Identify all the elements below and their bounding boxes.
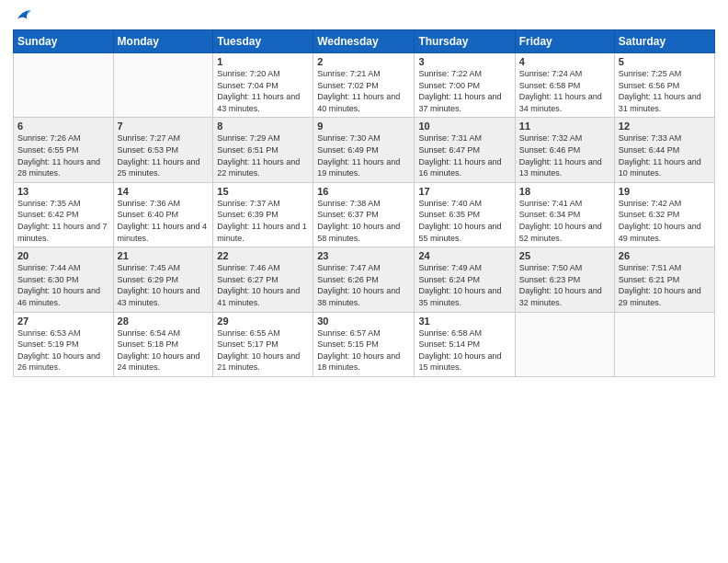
day-number: 18: [519, 186, 610, 197]
day-number: 16: [317, 186, 410, 197]
calendar-cell: 19Sunrise: 7:42 AM Sunset: 6:32 PM Dayli…: [614, 182, 714, 247]
calendar-cell: [515, 312, 614, 376]
day-info: Sunrise: 7:37 AM Sunset: 6:39 PM Dayligh…: [217, 198, 309, 244]
day-number: 29: [217, 316, 309, 327]
day-info: Sunrise: 7:32 AM Sunset: 6:46 PM Dayligh…: [519, 132, 610, 178]
day-number: 27: [17, 316, 109, 327]
weekday-header-friday: Friday: [515, 30, 614, 53]
logo-bird-icon: [15, 7, 31, 24]
calendar-table: SundayMondayTuesdayWednesdayThursdayFrid…: [13, 29, 715, 377]
day-info: Sunrise: 7:49 AM Sunset: 6:24 PM Dayligh…: [418, 262, 510, 308]
calendar-header-row: SundayMondayTuesdayWednesdayThursdayFrid…: [14, 30, 715, 53]
calendar-cell: 13Sunrise: 7:35 AM Sunset: 6:42 PM Dayli…: [14, 182, 114, 247]
day-number: 3: [418, 56, 510, 67]
day-info: Sunrise: 7:29 AM Sunset: 6:51 PM Dayligh…: [217, 132, 309, 178]
day-number: 15: [217, 186, 309, 197]
day-number: 13: [17, 186, 109, 197]
calendar-cell: 28Sunrise: 6:54 AM Sunset: 5:18 PM Dayli…: [113, 312, 213, 376]
day-info: Sunrise: 7:44 AM Sunset: 6:30 PM Dayligh…: [17, 262, 109, 308]
weekday-header-saturday: Saturday: [614, 30, 714, 53]
calendar-cell: 21Sunrise: 7:45 AM Sunset: 6:29 PM Dayli…: [113, 247, 213, 312]
calendar-week-3: 13Sunrise: 7:35 AM Sunset: 6:42 PM Dayli…: [14, 182, 715, 247]
calendar-cell: 27Sunrise: 6:53 AM Sunset: 5:19 PM Dayli…: [14, 312, 114, 376]
weekday-header-sunday: Sunday: [14, 30, 114, 53]
day-info: Sunrise: 7:42 AM Sunset: 6:32 PM Dayligh…: [619, 198, 711, 244]
calendar-cell: 30Sunrise: 6:57 AM Sunset: 5:15 PM Dayli…: [313, 312, 415, 376]
day-info: Sunrise: 7:30 AM Sunset: 6:49 PM Dayligh…: [317, 132, 410, 178]
day-info: Sunrise: 6:54 AM Sunset: 5:18 PM Dayligh…: [118, 327, 210, 373]
day-number: 20: [17, 250, 109, 261]
day-info: Sunrise: 7:41 AM Sunset: 6:34 PM Dayligh…: [519, 198, 610, 244]
day-info: Sunrise: 7:26 AM Sunset: 6:55 PM Dayligh…: [17, 132, 109, 178]
calendar-cell: 24Sunrise: 7:49 AM Sunset: 6:24 PM Dayli…: [415, 247, 515, 312]
day-number: 17: [418, 186, 510, 197]
calendar-week-1: 1Sunrise: 7:20 AM Sunset: 7:04 PM Daylig…: [14, 53, 715, 118]
calendar-cell: 8Sunrise: 7:29 AM Sunset: 6:51 PM Daylig…: [213, 118, 313, 182]
calendar-cell: 20Sunrise: 7:44 AM Sunset: 6:30 PM Dayli…: [14, 247, 114, 312]
calendar-cell: 6Sunrise: 7:26 AM Sunset: 6:55 PM Daylig…: [14, 118, 114, 182]
calendar-cell: 11Sunrise: 7:32 AM Sunset: 6:46 PM Dayli…: [515, 118, 614, 182]
day-number: 4: [519, 56, 610, 67]
day-number: 30: [317, 316, 410, 327]
calendar-cell: 25Sunrise: 7:50 AM Sunset: 6:23 PM Dayli…: [515, 247, 614, 312]
day-number: 22: [217, 250, 309, 261]
header: [13, 9, 715, 24]
day-info: Sunrise: 6:55 AM Sunset: 5:17 PM Dayligh…: [217, 327, 309, 373]
day-number: 26: [619, 250, 711, 261]
day-number: 24: [418, 250, 510, 261]
calendar-cell: 16Sunrise: 7:38 AM Sunset: 6:37 PM Dayli…: [313, 182, 415, 247]
calendar-week-4: 20Sunrise: 7:44 AM Sunset: 6:30 PM Dayli…: [14, 247, 715, 312]
day-info: Sunrise: 7:47 AM Sunset: 6:26 PM Dayligh…: [317, 262, 410, 308]
day-info: Sunrise: 7:27 AM Sunset: 6:53 PM Dayligh…: [118, 132, 210, 178]
page: SundayMondayTuesdayWednesdayThursdayFrid…: [0, 0, 728, 563]
calendar-cell: [614, 312, 714, 376]
calendar-week-2: 6Sunrise: 7:26 AM Sunset: 6:55 PM Daylig…: [14, 118, 715, 182]
day-number: 11: [519, 121, 610, 132]
day-number: 31: [418, 316, 510, 327]
calendar-cell: [14, 53, 114, 118]
weekday-header-tuesday: Tuesday: [213, 30, 313, 53]
day-number: 14: [118, 186, 210, 197]
day-info: Sunrise: 7:51 AM Sunset: 6:21 PM Dayligh…: [619, 262, 711, 308]
calendar-cell: 15Sunrise: 7:37 AM Sunset: 6:39 PM Dayli…: [213, 182, 313, 247]
day-info: Sunrise: 7:35 AM Sunset: 6:42 PM Dayligh…: [17, 198, 109, 244]
day-number: 19: [619, 186, 711, 197]
day-number: 5: [619, 56, 711, 67]
day-info: Sunrise: 7:24 AM Sunset: 6:58 PM Dayligh…: [519, 68, 610, 114]
day-info: Sunrise: 7:45 AM Sunset: 6:29 PM Dayligh…: [118, 262, 210, 308]
day-info: Sunrise: 7:46 AM Sunset: 6:27 PM Dayligh…: [217, 262, 309, 308]
calendar-cell: 7Sunrise: 7:27 AM Sunset: 6:53 PM Daylig…: [113, 118, 213, 182]
day-info: Sunrise: 7:31 AM Sunset: 6:47 PM Dayligh…: [418, 132, 510, 178]
day-number: 1: [217, 56, 309, 67]
calendar-cell: 22Sunrise: 7:46 AM Sunset: 6:27 PM Dayli…: [213, 247, 313, 312]
calendar-cell: 26Sunrise: 7:51 AM Sunset: 6:21 PM Dayli…: [614, 247, 714, 312]
calendar-cell: 10Sunrise: 7:31 AM Sunset: 6:47 PM Dayli…: [415, 118, 515, 182]
calendar-cell: 9Sunrise: 7:30 AM Sunset: 6:49 PM Daylig…: [313, 118, 415, 182]
day-info: Sunrise: 7:40 AM Sunset: 6:35 PM Dayligh…: [418, 198, 510, 244]
day-info: Sunrise: 7:20 AM Sunset: 7:04 PM Dayligh…: [217, 68, 309, 114]
day-number: 21: [118, 250, 210, 261]
calendar-cell: 4Sunrise: 7:24 AM Sunset: 6:58 PM Daylig…: [515, 53, 614, 118]
day-number: 23: [317, 250, 410, 261]
day-number: 9: [317, 121, 410, 132]
day-number: 10: [418, 121, 510, 132]
day-number: 2: [317, 56, 410, 67]
calendar-cell: 23Sunrise: 7:47 AM Sunset: 6:26 PM Dayli…: [313, 247, 415, 312]
calendar-cell: 1Sunrise: 7:20 AM Sunset: 7:04 PM Daylig…: [213, 53, 313, 118]
day-info: Sunrise: 6:53 AM Sunset: 5:19 PM Dayligh…: [17, 327, 109, 373]
calendar-cell: 29Sunrise: 6:55 AM Sunset: 5:17 PM Dayli…: [213, 312, 313, 376]
calendar-cell: 5Sunrise: 7:25 AM Sunset: 6:56 PM Daylig…: [614, 53, 714, 118]
weekday-header-wednesday: Wednesday: [313, 30, 415, 53]
calendar-cell: [113, 53, 213, 118]
day-info: Sunrise: 7:38 AM Sunset: 6:37 PM Dayligh…: [317, 198, 410, 244]
weekday-header-thursday: Thursday: [415, 30, 515, 53]
calendar-cell: 31Sunrise: 6:58 AM Sunset: 5:14 PM Dayli…: [415, 312, 515, 376]
day-info: Sunrise: 7:36 AM Sunset: 6:40 PM Dayligh…: [118, 198, 210, 244]
day-info: Sunrise: 7:21 AM Sunset: 7:02 PM Dayligh…: [317, 68, 410, 114]
calendar-cell: 12Sunrise: 7:33 AM Sunset: 6:44 PM Dayli…: [614, 118, 714, 182]
day-number: 7: [118, 121, 210, 132]
day-number: 8: [217, 121, 309, 132]
day-number: 6: [17, 121, 109, 132]
day-info: Sunrise: 7:25 AM Sunset: 6:56 PM Dayligh…: [619, 68, 711, 114]
day-info: Sunrise: 7:50 AM Sunset: 6:23 PM Dayligh…: [519, 262, 610, 308]
